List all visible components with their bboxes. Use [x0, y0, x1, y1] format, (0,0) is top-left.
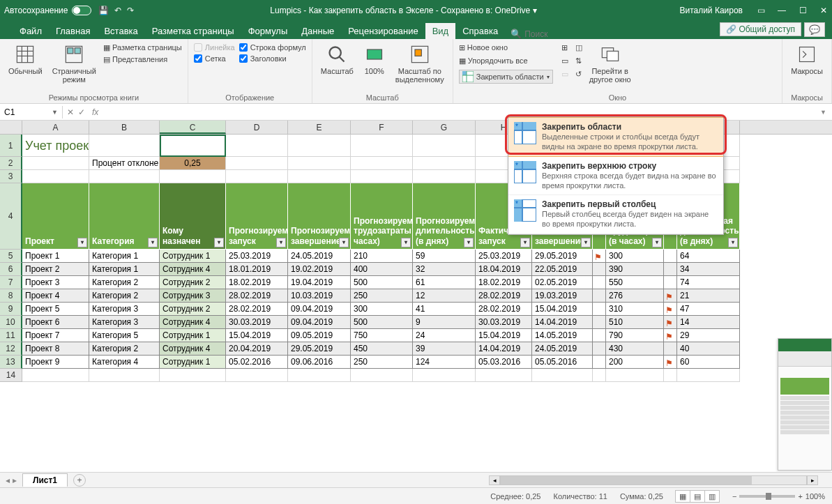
cell[interactable]: 09.04.2019 — [288, 316, 351, 329]
cell[interactable] — [22, 157, 89, 170]
filter-button[interactable]: ▾ — [276, 238, 286, 247]
cell[interactable]: 30.03.2019 — [476, 316, 532, 329]
view-side-icon[interactable]: ◫ — [575, 43, 582, 52]
cell[interactable]: 390 — [606, 263, 664, 276]
cell[interactable]: Категория 1 — [89, 250, 160, 263]
cell[interactable]: Проект 9 — [22, 356, 89, 369]
cell[interactable]: 59 — [413, 250, 476, 263]
arrange-all-button[interactable]: ▦ Упорядочить все — [459, 56, 553, 66]
autosave-toggle[interactable] — [72, 6, 91, 15]
zoom-level[interactable]: 100% — [805, 492, 825, 501]
cell[interactable] — [288, 135, 351, 157]
pagelayout-view-icon[interactable]: ▤ — [690, 490, 705, 503]
cell[interactable]: 14.04.2019 — [476, 342, 532, 356]
freeze-panes-button[interactable]: Закрепить области▾ — [459, 70, 553, 84]
cell[interactable]: 02.05.2019 — [532, 276, 593, 289]
filter-button[interactable]: ▾ — [652, 238, 662, 247]
cell[interactable]: 25.03.2019 — [476, 250, 532, 263]
cell[interactable] — [664, 276, 677, 289]
cell[interactable]: Сотрудник 2 — [160, 276, 226, 289]
cell[interactable] — [664, 250, 677, 263]
cell[interactable] — [532, 369, 593, 382]
filter-button[interactable]: ▾ — [581, 238, 591, 247]
cell[interactable]: 310 — [606, 303, 664, 316]
cell[interactable] — [413, 369, 476, 382]
cell[interactable]: 47 — [677, 303, 740, 316]
cell[interactable]: 64 — [677, 250, 740, 263]
freeze-option-0[interactable]: *Закрепить областиВыделенные строки и ст… — [508, 117, 723, 157]
cell[interactable]: ⚑ — [664, 316, 677, 329]
cell[interactable]: 41 — [413, 303, 476, 316]
column-header[interactable]: G — [413, 121, 476, 134]
row-header[interactable]: 13 — [0, 356, 22, 369]
cell[interactable] — [351, 157, 413, 170]
tab-файл[interactable]: Файл — [13, 23, 49, 39]
cell[interactable]: Категория 2 — [89, 276, 160, 289]
cell[interactable] — [226, 135, 288, 157]
cell[interactable]: 74 — [677, 276, 740, 289]
window-preview-thumbnail[interactable] — [778, 338, 832, 471]
cell[interactable]: 0,25 — [160, 157, 226, 170]
cell[interactable]: 18.01.2019 — [226, 263, 288, 276]
row-header[interactable]: 9 — [0, 303, 22, 316]
cell[interactable]: 34 — [677, 263, 740, 276]
row-header[interactable]: 3 — [0, 170, 22, 183]
cell[interactable]: 32 — [413, 263, 476, 276]
cell[interactable] — [476, 369, 532, 382]
row-header[interactable]: 2 — [0, 157, 22, 170]
cell[interactable]: Проект 6 — [22, 316, 89, 329]
cell[interactable]: 300 — [351, 303, 413, 316]
cell[interactable]: Категория 2 — [89, 289, 160, 303]
normal-view-icon[interactable]: ▦ — [675, 490, 690, 503]
horizontal-scrollbar[interactable]: ◂▸ — [489, 475, 818, 485]
cell[interactable]: 61 — [413, 276, 476, 289]
cell[interactable]: 15.04.2019 — [226, 329, 288, 342]
cell[interactable] — [593, 356, 606, 369]
column-header[interactable]: A — [22, 121, 89, 134]
cell[interactable]: 28.02.2019 — [226, 289, 288, 303]
gridlines-checkbox[interactable]: Сетка — [194, 54, 235, 63]
cell[interactable] — [677, 369, 740, 382]
cell[interactable]: Проект▾ — [22, 183, 89, 250]
cell[interactable]: 29 — [677, 329, 740, 342]
cell[interactable]: Кому назначен▾ — [160, 183, 226, 250]
cell[interactable]: 18.02.2019 — [476, 276, 532, 289]
row-header[interactable]: 11 — [0, 329, 22, 342]
cell[interactable]: 14.05.2019 — [532, 329, 593, 342]
tab-главная[interactable]: Главная — [49, 23, 97, 39]
cell[interactable]: 9 — [413, 316, 476, 329]
cell[interactable] — [22, 170, 89, 183]
cell[interactable]: 15.04.2019 — [532, 303, 593, 316]
cell[interactable]: ⚑ — [664, 329, 677, 342]
cell[interactable] — [351, 369, 413, 382]
tab-данные[interactable]: Данные — [294, 23, 341, 39]
cell[interactable]: Сотрудник 4 — [160, 342, 226, 356]
cell[interactable]: Проект 4 — [22, 289, 89, 303]
formula-bar-checkbox[interactable]: Строка формул — [239, 43, 306, 52]
cell[interactable]: 22.05.2019 — [532, 263, 593, 276]
fx-icon[interactable]: fx — [89, 107, 101, 117]
cell[interactable] — [89, 135, 160, 157]
macros-button[interactable]: Макросы — [788, 42, 826, 77]
row-header[interactable]: 1 — [0, 135, 22, 157]
cell[interactable] — [413, 135, 476, 157]
cell[interactable]: Проект 3 — [22, 276, 89, 289]
cell[interactable]: 29.05.2019 — [288, 342, 351, 356]
cell[interactable]: 60 — [677, 356, 740, 369]
cell[interactable] — [413, 157, 476, 170]
cell[interactable]: Прогнозируемая длительность (в днях)▾ — [413, 183, 476, 250]
cell[interactable]: Прогнозируемый запуск▾ — [226, 183, 288, 250]
cell[interactable]: 200 — [606, 356, 664, 369]
cell[interactable]: 40 — [677, 342, 740, 356]
minimize-icon[interactable]: — — [778, 6, 786, 15]
cell[interactable]: Проект 7 — [22, 329, 89, 342]
cell[interactable] — [89, 369, 160, 382]
cell[interactable] — [593, 316, 606, 329]
cell[interactable]: 09.06.2016 — [288, 356, 351, 369]
row-header[interactable]: 14 — [0, 369, 22, 382]
unhide-button[interactable]: ▭ — [561, 70, 568, 79]
cell[interactable]: Сотрудник 4 — [160, 263, 226, 276]
tab-вид[interactable]: Вид — [425, 23, 456, 39]
cell[interactable]: Процент отклонения: — [89, 157, 160, 170]
tab-справка[interactable]: Справка — [455, 23, 505, 39]
